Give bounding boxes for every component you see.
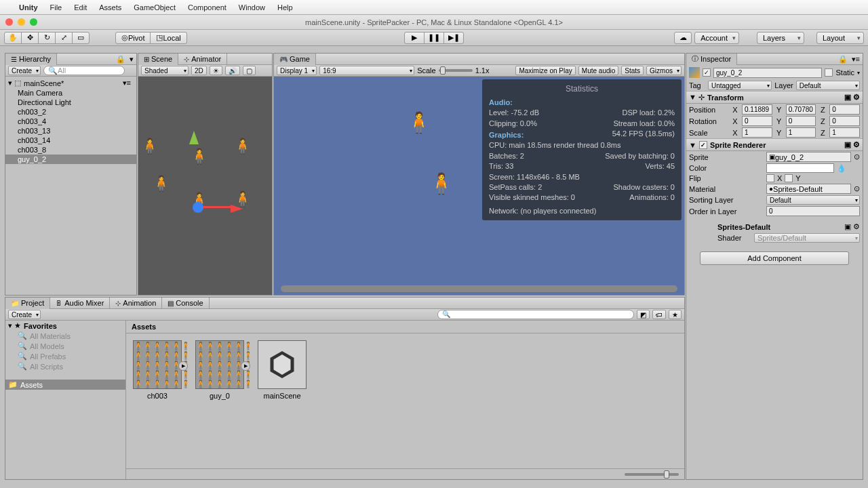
shading-dropdown[interactable]: Shaded (141, 66, 189, 75)
scale-y[interactable]: 1 (786, 127, 816, 138)
scale-x[interactable]: 1 (742, 127, 772, 138)
expand-icon[interactable]: ▶ (178, 361, 188, 371)
transform-header[interactable]: ▼ ⊹ Transform▣ ⚙ (686, 91, 863, 104)
active-checkbox[interactable] (703, 68, 711, 77)
favorite-item[interactable]: 🔍 All Materials (5, 331, 125, 341)
asset-item[interactable]: 🧍🧍🧍🧍🧍🧍🧍🧍🧍🧍🧍🧍🧍🧍🧍🧍🧍🧍🧍🧍🧍🧍🧍🧍🧍🧍🧍🧍🧍🧍▶ ch003 (133, 340, 182, 400)
pos-x[interactable]: 0.11889 (742, 104, 772, 115)
display-dropdown[interactable]: Display 1 (277, 66, 317, 75)
stats-toggle[interactable]: Stats (621, 66, 644, 75)
menu-assets[interactable]: Assets (99, 3, 121, 12)
expand-icon[interactable]: ▶ (241, 361, 250, 371)
rot-z[interactable]: 0 (829, 116, 860, 126)
filter-type-icon[interactable]: 🏷 (652, 310, 666, 319)
audio-toggle-icon[interactable]: 🔊 (225, 66, 240, 75)
scene-root[interactable]: ▾ ⬚ mainScene*▾≡ (5, 78, 136, 88)
cloud-button-icon[interactable]: ☁ (674, 32, 692, 44)
step-button[interactable]: ▶❚ (443, 32, 464, 44)
menu-component[interactable]: Component (188, 3, 226, 12)
rot-x[interactable]: 0 (742, 116, 772, 126)
menu-window[interactable]: Window (239, 3, 265, 12)
favorite-item[interactable]: 🔍 All Models (5, 341, 125, 351)
scale-tool-icon[interactable]: ⤢ (55, 32, 73, 44)
gizmos-dropdown[interactable]: Gizmos (646, 66, 682, 75)
move-tool-icon[interactable]: ✥ (21, 32, 39, 44)
light-toggle-icon[interactable]: ☀ (210, 66, 222, 75)
lock-icon[interactable]: 🔒 (115, 55, 127, 64)
hierarchy-item[interactable]: Main Camera (5, 88, 136, 98)
layers-dropdown[interactable]: Layers (757, 32, 804, 44)
flip-x-checkbox[interactable] (766, 174, 774, 182)
rect-tool-icon[interactable]: ▭ (72, 32, 90, 44)
zoom-window-button[interactable] (30, 18, 37, 26)
account-dropdown[interactable]: Account (694, 32, 739, 44)
rot-y[interactable]: 0 (786, 116, 816, 126)
material-preview-header[interactable]: Sprites-Default▣ ⚙ (686, 217, 863, 232)
pos-y[interactable]: 0.70780 (786, 104, 816, 115)
lock-icon[interactable]: 🔒 (837, 55, 849, 64)
inspector-tab[interactable]: ⓘInspector (686, 54, 737, 65)
hand-tool-icon[interactable]: ✋ (4, 32, 22, 44)
pause-button[interactable]: ❚❚ (424, 32, 444, 44)
scene-view[interactable]: 🧍 🧍 🧍 🧍 🧍 🧍 (138, 77, 272, 295)
assets-breadcrumb[interactable]: Assets (126, 321, 684, 333)
menu-app[interactable]: Unity (19, 3, 38, 12)
animator-tab[interactable]: ⊹Animator (178, 54, 227, 65)
project-create-dropdown[interactable]: Create (8, 310, 41, 319)
play-button[interactable]: ▶ (404, 32, 425, 44)
favorite-item[interactable]: 🔍 All Scripts (5, 361, 125, 371)
add-component-button[interactable]: Add Component (700, 251, 849, 265)
sprite-renderer-header[interactable]: ▼ Sprite Renderer▣ ⚙ (686, 138, 863, 151)
sprite-field[interactable]: ▣ guy_0_2 (766, 152, 851, 162)
hierarchy-item-selected[interactable]: guy_0_2 (5, 155, 136, 164)
sorting-layer-dropdown[interactable]: Default (766, 195, 860, 205)
project-tab[interactable]: 📁Project (5, 298, 50, 309)
favorites-folder[interactable]: ▾ ★ Favorites (5, 321, 125, 331)
menu-edit[interactable]: Edit (74, 3, 87, 12)
layout-dropdown[interactable]: Layout (816, 32, 864, 44)
pos-z[interactable]: 0 (829, 104, 860, 115)
game-view[interactable]: 🧍 🧍 Statistics Audio: Level: -75.2 dBDSP… (274, 77, 684, 295)
fx-toggle-icon[interactable]: ▢ (243, 66, 256, 75)
hierarchy-item[interactable]: ch003_13 (5, 126, 136, 136)
assets-folder[interactable]: 📁 Assets (5, 380, 125, 390)
maximize-toggle[interactable]: Maximize on Play (515, 66, 575, 75)
audio-mixer-tab[interactable]: 🎚Audio Mixer (50, 298, 110, 309)
dropdown-icon[interactable]: ▾ (127, 55, 136, 64)
local-toggle[interactable]: ◳ Local (150, 32, 186, 44)
flip-y-checkbox[interactable] (785, 174, 793, 182)
pivot-toggle[interactable]: ◎ Pivot (115, 32, 151, 44)
color-field[interactable] (766, 163, 834, 173)
hierarchy-item[interactable]: Directional Light (5, 98, 136, 107)
console-tab[interactable]: ▤Console (162, 298, 209, 309)
animation-tab[interactable]: ⊹Animation (110, 298, 162, 309)
mute-toggle[interactable]: Mute audio (578, 66, 618, 75)
hierarchy-item[interactable]: ch003_8 (5, 145, 136, 155)
asset-item[interactable]: mainScene (258, 340, 307, 400)
material-field[interactable]: ● Sprites-Default (766, 184, 851, 194)
hierarchy-item[interactable]: ch003_4 (5, 117, 136, 126)
menu-file[interactable]: File (50, 3, 62, 12)
thumbnail-size-slider[interactable] (625, 473, 679, 476)
order-field[interactable]: 0 (766, 206, 860, 216)
close-window-button[interactable] (5, 18, 13, 26)
2d-toggle[interactable]: 2D (191, 66, 207, 75)
favorite-icon[interactable]: ★ (669, 310, 682, 319)
object-name-field[interactable]: guy_0_2 (713, 68, 822, 78)
menu-icon[interactable]: ▾≡ (849, 55, 863, 64)
eyedropper-icon[interactable]: 💧 (837, 164, 846, 173)
scene-tab[interactable]: ⊞Scene (138, 54, 178, 65)
project-search[interactable]: 🔍 (437, 310, 634, 319)
scale-z[interactable]: 1 (829, 127, 860, 138)
hierarchy-item[interactable]: ch003_2 (5, 107, 136, 117)
rotate-tool-icon[interactable]: ↻ (38, 32, 56, 44)
hierarchy-tab[interactable]: ☰Hierarchy (5, 54, 57, 65)
layer-dropdown[interactable]: Default (796, 81, 860, 90)
asset-item[interactable]: 🧍🧍🧍🧍🧍🧍🧍🧍🧍🧍🧍🧍🧍🧍🧍🧍🧍🧍🧍🧍🧍🧍🧍🧍🧍🧍🧍🧍🧍🧍▶ guy_0 (195, 340, 244, 400)
scale-slider[interactable] (439, 69, 473, 72)
aspect-dropdown[interactable]: 16:9 (319, 66, 414, 75)
minimize-window-button[interactable] (18, 18, 25, 26)
picker-icon[interactable]: ⊙ (854, 152, 860, 161)
game-tab[interactable]: 🎮Game (274, 54, 316, 65)
filter-icon[interactable]: ◩ (637, 310, 650, 319)
